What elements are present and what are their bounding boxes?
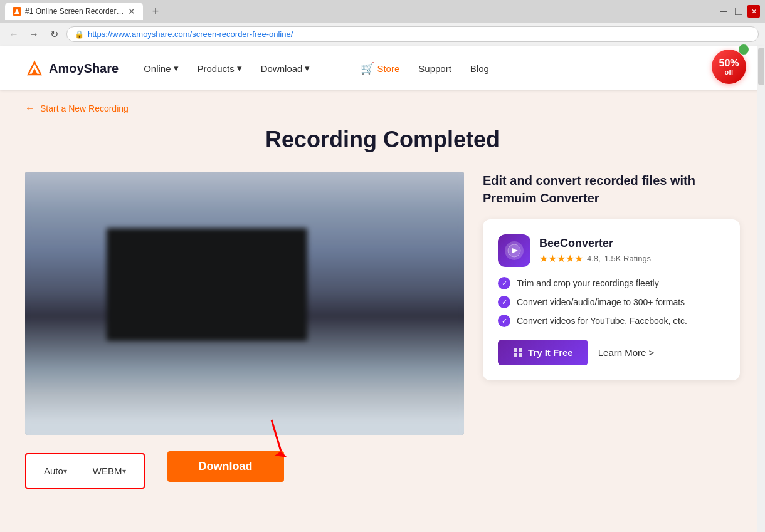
sale-off-text: off bbox=[724, 68, 733, 76]
window-controls: ✕ bbox=[717, 5, 760, 18]
app-icon bbox=[498, 234, 530, 267]
format-dropdown-icon: ▾ bbox=[122, 467, 126, 476]
forward-nav-button[interactable]: → bbox=[26, 27, 41, 42]
page-content: ← Start a New Recording Recording Comple… bbox=[0, 90, 765, 514]
tab-close-button[interactable]: ✕ bbox=[128, 6, 135, 16]
svg-rect-12 bbox=[519, 353, 522, 357]
cart-icon: 🛒 bbox=[361, 61, 374, 75]
browser-chrome: #1 Online Screen Recorder - Rec... ✕ + ✕… bbox=[0, 0, 765, 46]
windows-icon bbox=[513, 348, 523, 358]
ssl-lock-icon: 🔒 bbox=[75, 30, 84, 39]
quality-dropdown-icon: ▾ bbox=[63, 467, 67, 476]
try-free-button[interactable]: Try It Free bbox=[498, 340, 588, 365]
tab-favicon bbox=[13, 7, 21, 16]
logo[interactable]: AmoyShare bbox=[25, 59, 119, 78]
nav-blog[interactable]: Blog bbox=[470, 63, 489, 74]
feature-item-1: ✓ Trim and crop your recordings fleetly bbox=[498, 277, 725, 289]
sale-badge[interactable]: 50% off bbox=[712, 50, 746, 84]
feature-item-2: ✓ Convert video/audio/image to 300+ form… bbox=[498, 296, 725, 308]
navbar: AmoyShare Online ▾ Products ▾ Download ▾… bbox=[0, 46, 765, 90]
svg-marker-6 bbox=[275, 451, 287, 457]
svg-rect-2 bbox=[735, 8, 742, 15]
promo-actions: Try It Free Learn More > bbox=[498, 340, 725, 365]
download-row: Auto ▾ WEBM ▾ Do bbox=[25, 444, 464, 489]
check-icon: ✓ bbox=[498, 296, 510, 308]
download-btn-container: Download bbox=[155, 451, 284, 482]
url-text: https://www.amoyshare.com/screen-recorde… bbox=[88, 29, 293, 39]
nav-products[interactable]: Products ▾ bbox=[198, 63, 242, 74]
learn-more-link[interactable]: Learn More > bbox=[598, 347, 655, 358]
svg-rect-10 bbox=[519, 348, 522, 352]
browser-tab[interactable]: #1 Online Screen Recorder - Rec... ✕ bbox=[5, 3, 143, 20]
check-icon: ✓ bbox=[498, 315, 510, 327]
promo-title: Edit and convert recorded files with Pre… bbox=[483, 172, 740, 207]
svg-rect-9 bbox=[514, 348, 517, 352]
promo-card-header: BeeConverter ★★★★★ 4.8, 1.5K Ratings bbox=[498, 234, 725, 267]
website-content: AmoyShare Online ▾ Products ▾ Download ▾… bbox=[0, 46, 765, 514]
feature-list: ✓ Trim and crop your recordings fleetly … bbox=[498, 277, 725, 327]
browser-address-bar: ← → ↻ 🔒 https://www.amoyshare.com/screen… bbox=[0, 23, 765, 46]
refresh-button[interactable]: ↻ bbox=[46, 27, 61, 42]
promo-card: BeeConverter ★★★★★ 4.8, 1.5K Ratings ✓ T… bbox=[483, 219, 740, 380]
nav-links: Online ▾ Products ▾ Download ▾ 🛒 Store S… bbox=[144, 59, 720, 78]
back-nav-button[interactable]: ← bbox=[6, 27, 21, 42]
logo-text: AmoyShare bbox=[49, 61, 119, 76]
page-title: Recording Completed bbox=[25, 127, 740, 153]
browser-title-bar: #1 Online Screen Recorder - Rec... ✕ + ✕ bbox=[0, 0, 765, 23]
rating-count: 1.5K Ratings bbox=[604, 254, 651, 263]
play-icon bbox=[507, 244, 521, 258]
app-name: BeeConverter bbox=[539, 237, 651, 250]
rating-value: 4.8, bbox=[587, 254, 601, 263]
svg-line-5 bbox=[272, 420, 281, 451]
start-new-recording-link[interactable]: ← Start a New Recording bbox=[25, 103, 740, 114]
nav-store[interactable]: 🛒 Store bbox=[361, 61, 399, 75]
address-bar[interactable]: 🔒 https://www.amoyshare.com/screen-recor… bbox=[66, 26, 759, 42]
new-tab-button[interactable]: + bbox=[147, 3, 164, 20]
back-arrow-icon: ← bbox=[25, 103, 35, 114]
download-controls: Auto ▾ WEBM ▾ bbox=[25, 453, 145, 489]
content-row: Auto ▾ WEBM ▾ Do bbox=[25, 172, 740, 489]
nav-online[interactable]: Online ▾ bbox=[144, 63, 178, 74]
video-section: Auto ▾ WEBM ▾ Do bbox=[25, 172, 464, 489]
feature-item-3: ✓ Convert videos for YouTube, Facebook, … bbox=[498, 315, 725, 327]
chevron-down-icon: ▾ bbox=[174, 63, 179, 74]
tab-title: #1 Online Screen Recorder - Rec... bbox=[25, 7, 124, 16]
minimize-button[interactable] bbox=[717, 5, 730, 18]
close-button[interactable]: ✕ bbox=[747, 5, 760, 18]
logo-icon bbox=[25, 59, 44, 78]
svg-rect-1 bbox=[720, 11, 727, 12]
chevron-down-icon: ▾ bbox=[305, 63, 310, 74]
app-rating: ★★★★★ 4.8, 1.5K Ratings bbox=[539, 253, 651, 264]
download-arrow bbox=[246, 417, 297, 461]
promo-section: Edit and convert recorded files with Pre… bbox=[483, 172, 740, 380]
chevron-down-icon: ▾ bbox=[237, 63, 242, 74]
scrollbar-thumb[interactable] bbox=[758, 48, 764, 85]
nav-download[interactable]: Download ▾ bbox=[261, 63, 310, 74]
nav-support[interactable]: Support bbox=[418, 63, 451, 74]
quality-selector[interactable]: Auto ▾ bbox=[31, 459, 80, 482]
check-icon: ✓ bbox=[498, 277, 510, 289]
svg-marker-4 bbox=[31, 68, 38, 75]
format-selector[interactable]: WEBM ▾ bbox=[80, 459, 139, 482]
star-icons: ★★★★★ bbox=[539, 253, 583, 264]
scrollbar[interactable] bbox=[757, 46, 765, 532]
svg-rect-11 bbox=[514, 353, 517, 357]
app-icon-inner bbox=[505, 241, 524, 260]
maximize-button[interactable] bbox=[732, 5, 745, 18]
sale-tag-decoration bbox=[739, 44, 749, 55]
nav-divider bbox=[335, 59, 335, 78]
svg-marker-0 bbox=[14, 9, 19, 14]
video-preview bbox=[25, 172, 464, 435]
sale-percent-text: 50% bbox=[719, 58, 739, 68]
app-info: BeeConverter ★★★★★ 4.8, 1.5K Ratings bbox=[539, 237, 651, 264]
